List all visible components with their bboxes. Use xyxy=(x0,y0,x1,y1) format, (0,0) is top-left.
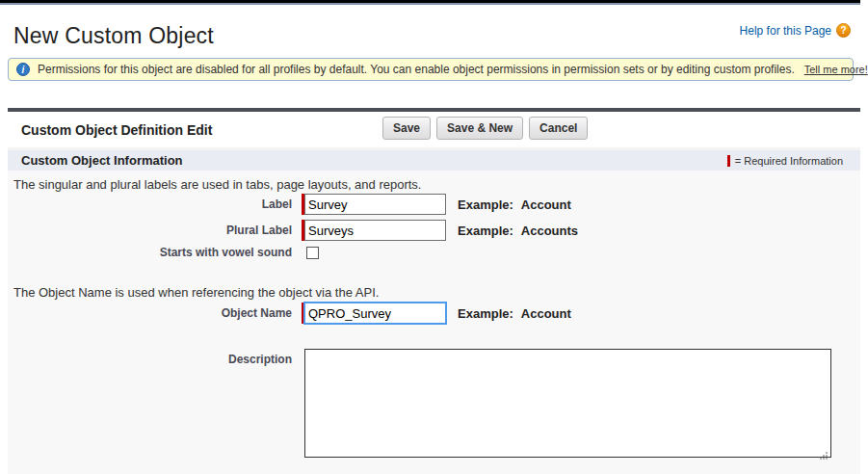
example-prefix: Example: xyxy=(458,224,513,238)
required-marker-icon xyxy=(727,155,730,167)
example-value: Accounts xyxy=(521,224,578,238)
help-link[interactable]: Help for this Page xyxy=(740,24,831,38)
vowel-sound-row: Starts with vowel sound xyxy=(8,246,860,259)
object-name-input[interactable] xyxy=(304,303,446,324)
example-prefix: Example: xyxy=(458,306,513,321)
label-row: Label Example: Account xyxy=(8,194,860,215)
api-intro-text: The Object Name is used when referencing… xyxy=(8,285,860,300)
top-black-bar xyxy=(0,0,860,5)
form-body: The singular and plural labels are used … xyxy=(8,171,860,474)
notice-links: Tell me more! Don't show this message ag… xyxy=(804,64,868,75)
description-field-label: Description xyxy=(8,349,302,366)
example-value: Account xyxy=(521,306,571,321)
label-field-label: Label xyxy=(8,198,302,211)
description-textarea-wrap xyxy=(304,349,831,461)
object-name-row: Object Name Example: Account xyxy=(8,303,860,324)
custom-object-edit-panel: Custom Object Definition Edit Save Save … xyxy=(8,108,860,474)
example-prefix: Example: xyxy=(458,198,513,212)
help-question-icon[interactable]: ? xyxy=(836,23,851,38)
object-name-field: Example: Account xyxy=(302,303,571,324)
object-name-field-label: Object Name xyxy=(8,306,302,320)
action-buttons: Save Save & New Cancel xyxy=(382,117,588,140)
help-area: Help for this Page ? xyxy=(740,23,851,38)
plural-label-field: Example: Accounts xyxy=(302,220,578,241)
vowel-sound-label: Starts with vowel sound xyxy=(8,246,302,259)
description-textarea[interactable] xyxy=(304,349,831,458)
section-header: Custom Object Information = Required Inf… xyxy=(8,147,860,171)
description-row: Description xyxy=(8,349,860,461)
required-legend: = Required Information xyxy=(727,155,843,167)
plural-label-input[interactable] xyxy=(304,220,446,241)
vowel-sound-checkbox[interactable] xyxy=(306,247,319,259)
tell-me-more-link[interactable]: Tell me more! xyxy=(804,64,868,75)
cancel-button[interactable]: Cancel xyxy=(529,117,588,140)
save-and-new-button[interactable]: Save & New xyxy=(436,117,523,140)
plural-label-example: Example: Accounts xyxy=(458,224,578,238)
panel-header: Custom Object Definition Edit Save Save … xyxy=(8,112,860,147)
description-field xyxy=(302,349,831,461)
section-title: Custom Object Information xyxy=(21,153,183,168)
label-example: Example: Account xyxy=(458,198,571,212)
vowel-sound-field xyxy=(302,247,319,259)
example-value: Account xyxy=(521,198,571,212)
plural-label-field-label: Plural Label xyxy=(8,224,302,237)
save-button[interactable]: Save xyxy=(382,117,431,140)
permissions-notice-banner: i Permissions for this object are disabl… xyxy=(8,58,854,81)
label-field: Example: Account xyxy=(302,194,571,215)
labels-intro-text: The singular and plural labels are used … xyxy=(8,177,860,192)
panel-title: Custom Object Definition Edit xyxy=(8,122,212,138)
page-title: New Custom Object xyxy=(13,23,214,49)
resize-handle-icon[interactable] xyxy=(819,447,829,457)
required-legend-text: = Required Information xyxy=(735,155,843,167)
info-icon: i xyxy=(16,63,30,76)
object-name-example: Example: Account xyxy=(458,306,571,321)
plural-label-row: Plural Label Example: Accounts xyxy=(8,220,860,241)
label-input[interactable] xyxy=(304,194,446,215)
notice-message: Permissions for this object are disabled… xyxy=(38,63,795,76)
